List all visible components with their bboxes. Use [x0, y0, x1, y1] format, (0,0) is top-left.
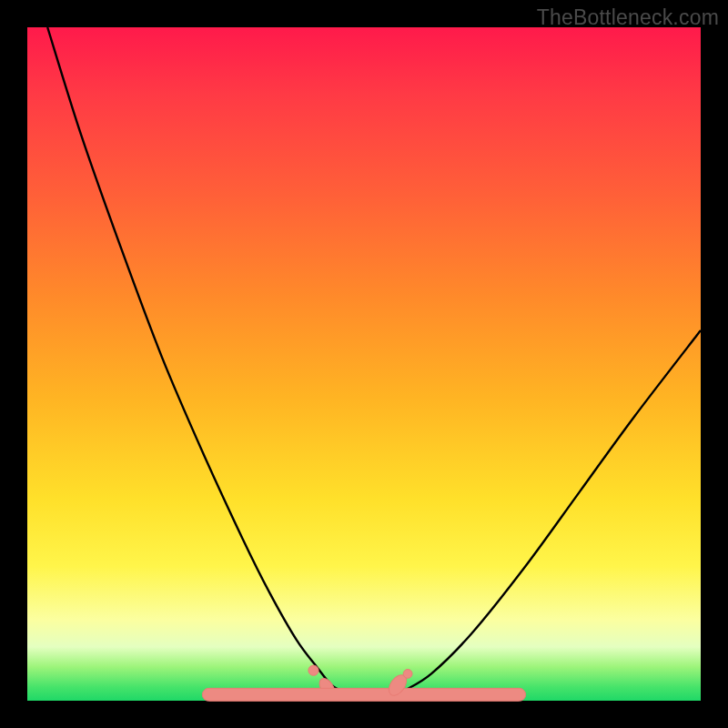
curve-left-curve: [47, 27, 340, 691]
marker-0: [308, 665, 318, 675]
plot-area: [27, 27, 701, 701]
chart-frame: TheBottleneck.com: [0, 0, 728, 728]
marker-layer: [202, 665, 525, 701]
curve-layer: [47, 27, 701, 694]
curve-right-curve: [404, 330, 701, 691]
watermark-text: TheBottleneck.com: [537, 5, 719, 30]
chart-svg: [27, 27, 701, 701]
marker-4: [403, 670, 412, 679]
marker-2: [202, 688, 525, 701]
